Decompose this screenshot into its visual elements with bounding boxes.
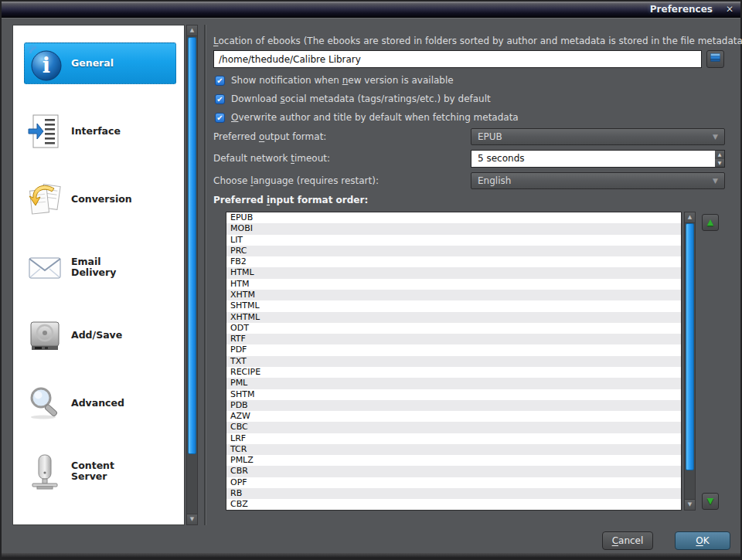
- output-format-select[interactable]: EPUB ▼: [471, 128, 725, 145]
- output-format-label: Preferred output format:: [213, 131, 326, 142]
- category-sidebar: iGeneralInterfaceConversionEmail Deliver…: [12, 25, 185, 525]
- format-list-item[interactable]: OPF: [226, 477, 681, 488]
- format-list-item[interactable]: ODT: [226, 323, 681, 334]
- sidebar-item-label: Add/Save: [71, 330, 141, 341]
- email-icon: [26, 249, 63, 286]
- checkbox[interactable]: ✔: [215, 76, 225, 86]
- spin-up-icon[interactable]: ▲: [715, 151, 724, 159]
- sidebar-item-label: Content Server: [71, 460, 141, 483]
- preferences-dialog: Preferences ✕ iGeneralInterfaceConversio…: [0, 0, 742, 560]
- format-list-item[interactable]: SHTM: [226, 389, 681, 400]
- category-list: iGeneralInterfaceConversionEmail Deliver…: [13, 25, 184, 525]
- sidebar-item-label: Interface: [71, 126, 141, 137]
- format-list-item[interactable]: MOBI: [226, 223, 681, 234]
- format-list-item[interactable]: XHTML: [226, 312, 681, 323]
- ok-button[interactable]: OK: [675, 531, 730, 550]
- format-list-scrollbar[interactable]: ▲ ▼: [684, 212, 696, 511]
- green-arrow-down-icon: ▼: [707, 496, 713, 506]
- server-icon: [26, 453, 63, 490]
- network-timeout-value[interactable]: 5 seconds: [471, 151, 715, 167]
- sidebar-item-label: Advanced: [71, 398, 141, 409]
- close-icon[interactable]: ✕: [723, 3, 736, 15]
- scroll-down-icon[interactable]: ▼: [187, 514, 197, 524]
- network-timeout-label: Default network timeout:: [213, 153, 330, 164]
- checkbox-label[interactable]: Overwrite author and title by default wh…: [231, 112, 519, 123]
- sidebar-item-content-server[interactable]: Content Server: [24, 450, 176, 492]
- format-list-scrollbar-thumb[interactable]: [686, 223, 694, 470]
- sidebar-scrollbar[interactable]: ▲ ▼: [186, 25, 198, 525]
- spin-down-icon[interactable]: ▼: [715, 159, 724, 168]
- info-icon: i: [26, 45, 63, 82]
- scroll-up-icon[interactable]: ▲: [685, 212, 695, 223]
- cancel-button[interactable]: Cancel: [602, 531, 653, 550]
- library-location-input[interactable]: [213, 50, 702, 68]
- conversion-icon: [26, 181, 63, 218]
- sidebar-item-interface[interactable]: Interface: [24, 110, 176, 152]
- scroll-up-icon[interactable]: ▲: [187, 25, 197, 36]
- format-list-item[interactable]: SHTML: [226, 300, 681, 311]
- sidebar-item-email-delivery[interactable]: Email Delivery: [24, 246, 176, 288]
- format-list-item[interactable]: TCR: [226, 444, 681, 455]
- harddrive-icon: [26, 317, 63, 354]
- sidebar-item-label: Email Delivery: [71, 256, 141, 279]
- sidebar-item-plugins[interactable]: Plugins: [24, 518, 176, 525]
- format-list-item[interactable]: PML: [226, 378, 681, 389]
- sidebar-item-label: Conversion: [71, 194, 141, 205]
- language-label: Choose language (requires restart):: [213, 175, 379, 186]
- checkbox[interactable]: ✔: [215, 113, 225, 123]
- checkbox[interactable]: ✔: [215, 94, 225, 104]
- chevron-down-icon: ▼: [713, 177, 718, 185]
- window-title: Preferences: [650, 4, 713, 15]
- format-list-item[interactable]: PDF: [226, 344, 681, 355]
- sidebar-scrollbar-thumb[interactable]: [188, 37, 196, 454]
- input-format-order-list[interactable]: EPUBMOBILITPRCFB2HTMLHTMXHTMSHTMLXHTMLOD…: [226, 212, 682, 511]
- splitter-handle[interactable]: [204, 25, 206, 525]
- window-bottom-edge: [2, 553, 740, 558]
- format-list-item[interactable]: RB: [226, 488, 681, 499]
- format-list-item[interactable]: HTM: [226, 279, 681, 290]
- format-list-item[interactable]: EPUB: [226, 212, 681, 223]
- checkbox-row: ✔Download social metadata (tags/ratings/…: [215, 93, 491, 105]
- library-folder-icon: [709, 51, 722, 67]
- svg-text:i: i: [43, 53, 50, 77]
- format-list-item[interactable]: XHTM: [226, 290, 681, 300]
- format-list-item[interactable]: PRC: [226, 246, 681, 256]
- format-list-item[interactable]: HTML: [226, 267, 681, 278]
- checkbox-row: ✔Overwrite author and title by default w…: [215, 111, 519, 124]
- scroll-down-icon[interactable]: ▼: [685, 499, 695, 510]
- plugin-icon: [26, 521, 63, 525]
- sidebar-item-conversion[interactable]: Conversion: [24, 178, 176, 220]
- checkbox-label[interactable]: Download social metadata (tags/ratings/e…: [231, 93, 491, 104]
- format-list-item[interactable]: CBZ: [226, 499, 681, 510]
- format-list-item[interactable]: TXT: [226, 356, 681, 367]
- magnifier-icon: [26, 385, 63, 422]
- format-list-item[interactable]: FB2: [226, 256, 681, 267]
- format-list-item[interactable]: CBR: [226, 466, 681, 477]
- language-value: English: [478, 175, 511, 186]
- format-list-item[interactable]: RECIPE: [226, 367, 681, 378]
- format-list-item[interactable]: LRF: [226, 433, 681, 444]
- title-bar[interactable]: Preferences ✕: [2, 2, 740, 19]
- browse-library-button[interactable]: [706, 50, 724, 68]
- move-format-up-button[interactable]: ▲: [702, 214, 719, 231]
- format-list-item[interactable]: PMLZ: [226, 455, 681, 466]
- format-list-item[interactable]: AZW: [226, 411, 681, 422]
- checkbox-row: ✔Show notification when new version is a…: [215, 74, 454, 87]
- location-label: Location of ebooks (The ebooks are store…: [213, 36, 742, 46]
- format-list-item[interactable]: PDB: [226, 400, 681, 411]
- sidebar-item-advanced[interactable]: Advanced: [24, 382, 176, 424]
- sidebar-item-general[interactable]: iGeneral: [24, 42, 176, 84]
- interface-icon: [26, 113, 63, 150]
- format-list-item[interactable]: LIT: [226, 235, 681, 246]
- move-format-down-button[interactable]: ▼: [702, 493, 719, 510]
- network-timeout-stepper[interactable]: 5 seconds ▲ ▼: [471, 150, 725, 168]
- green-arrow-up-icon: ▲: [707, 217, 713, 227]
- output-format-value: EPUB: [478, 131, 502, 142]
- sidebar-item-label: General: [71, 58, 141, 69]
- chevron-down-icon: ▼: [713, 133, 718, 141]
- language-select[interactable]: English ▼: [471, 172, 725, 189]
- format-list-item[interactable]: CBC: [226, 422, 681, 433]
- checkbox-label[interactable]: Show notification when new version is av…: [231, 75, 454, 86]
- format-list-item[interactable]: RTF: [226, 334, 681, 344]
- sidebar-item-add-save[interactable]: Add/Save: [24, 314, 176, 356]
